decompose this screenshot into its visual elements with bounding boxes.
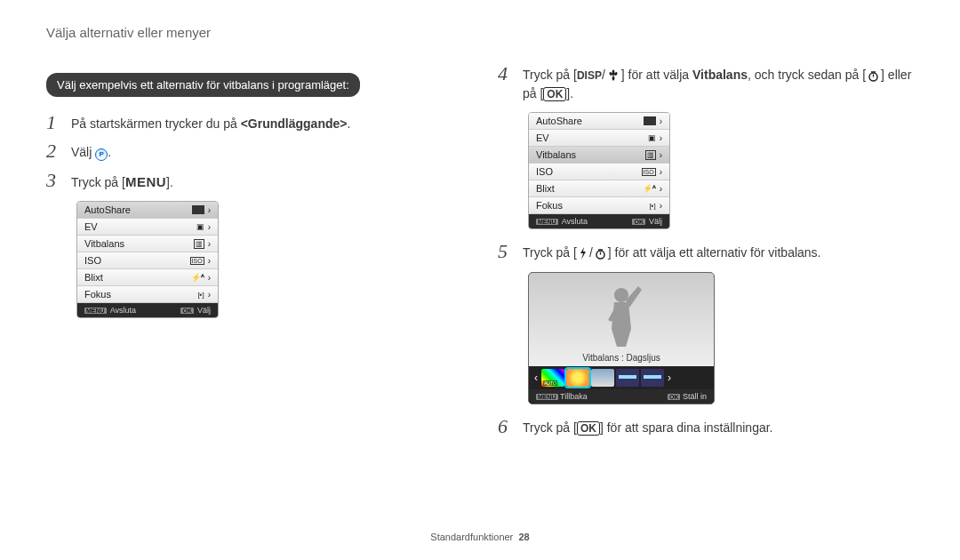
- menu-row-iso: ISO ISO›: [77, 252, 218, 269]
- left-column: Välj exempelvis ett alternativ för vitba…: [0, 62, 480, 444]
- step3-post: ].: [166, 175, 173, 189]
- menu-key-icon: MENU: [536, 394, 558, 400]
- step-3: 3 Tryck på [MENU].: [46, 169, 444, 193]
- ok-key-icon: OK: [668, 394, 681, 400]
- chevron-right-icon: ›: [666, 372, 673, 384]
- footer-left-label: Avsluta: [562, 217, 588, 226]
- s4-t5: ].: [566, 86, 573, 100]
- chevron-right-icon: ›: [660, 133, 662, 143]
- menu-label: Vitbalans: [536, 149, 576, 160]
- step-number: 6: [498, 415, 523, 438]
- menu-row-ev: EV ▣›: [529, 130, 669, 147]
- right-column: 4 Tryck på [DISP/] för att välja Vitbala…: [480, 62, 960, 444]
- chevron-right-icon: ›: [208, 222, 211, 232]
- step1-pre: På startskärmen trycker du på: [71, 116, 241, 131]
- s4-t2: ] för att välja: [621, 68, 692, 82]
- step-text: Välj P.: [71, 140, 111, 162]
- s4-bold: Vitbalans: [692, 68, 748, 82]
- iso-icon: ISO: [642, 168, 656, 176]
- step-text: Tryck på [MENU].: [71, 169, 173, 193]
- chevron-right-icon: ›: [208, 205, 211, 215]
- step-5: 5 Tryck på [/] för att välja ett alterna…: [498, 240, 914, 263]
- menu-row-iso: ISO ISO›: [529, 164, 669, 180]
- ok-key-icon: OK: [577, 421, 600, 436]
- menu-label: Fokus: [84, 289, 111, 300]
- step3-pre: Tryck på [: [71, 175, 125, 189]
- camera-menu-footer: MENUAvsluta OKVälj: [77, 303, 218, 317]
- wb-thumb-fluorescent-h: [616, 369, 639, 387]
- step2-pre: Välj: [71, 145, 95, 159]
- step-number: 2: [46, 140, 71, 163]
- menu-row-fokus: Fokus [▪]›: [77, 286, 218, 303]
- page-section-title: Välja alternativ eller menyer: [46, 25, 211, 40]
- flash-icon: ⚡ᴬ: [643, 184, 656, 193]
- footer-label: Standardfunktioner: [430, 532, 513, 542]
- person-silhouette-icon: [599, 284, 644, 347]
- s6-t1: Tryck på [: [523, 420, 577, 435]
- chevron-right-icon: ›: [660, 184, 662, 194]
- focus-icon: [▪]: [197, 291, 204, 299]
- menu-key-icon: MENU: [536, 219, 558, 225]
- menu-row-autoshare: AutoShare ›: [77, 202, 218, 219]
- program-mode-icon: P: [95, 148, 108, 161]
- focus-icon: [▪]: [649, 202, 655, 210]
- chevron-right-icon: ›: [208, 273, 211, 283]
- ok-key-icon: OK: [180, 308, 194, 314]
- menu-row-blixt: Blixt ⚡ᴬ›: [529, 180, 669, 197]
- menu-row-blixt: Blixt ⚡ᴬ›: [77, 269, 218, 286]
- wb-thumbnail-strip: ‹ AUTO ›: [529, 366, 714, 389]
- step-4: 4 Tryck på [DISP/] för att välja Vitbala…: [498, 62, 914, 103]
- menu-row-ev: EV ▣›: [77, 219, 218, 236]
- step-text: Tryck på [/] för att välja ett alternati…: [523, 240, 821, 262]
- menu-key-icon: MENU: [84, 308, 107, 314]
- step-number: 1: [46, 111, 71, 134]
- footer-page-number: 28: [518, 532, 529, 542]
- menu-label: Vitbalans: [84, 238, 124, 249]
- macro-flower-icon: [607, 69, 620, 83]
- wb-preview-area: Vitbalans : Dagsljus: [529, 273, 714, 366]
- autoshare-icon: [192, 205, 204, 214]
- step-text: Tryck på [OK] för att spara dina inställ…: [523, 415, 773, 437]
- menu-label: EV: [84, 221, 98, 232]
- footer-right-label: Välj: [649, 217, 662, 226]
- step1-post: .: [347, 116, 350, 131]
- menu-label: AutoShare: [536, 116, 582, 126]
- chevron-left-icon: ‹: [532, 372, 540, 384]
- s4-t1: Tryck på [: [523, 68, 577, 82]
- autoshare-icon: [644, 116, 656, 125]
- flash-icon: [579, 247, 588, 260]
- step1-bold: <Grundläggande>: [241, 116, 348, 131]
- menu-label: ISO: [84, 255, 101, 266]
- ok-key-icon: OK: [632, 219, 645, 225]
- camera-menu-screenshot-2: AutoShare › EV ▣› Vitbalans ▥› ISO ISO› …: [528, 112, 670, 229]
- ev-icon: ▣: [648, 133, 656, 142]
- wb-caption: Vitbalans : Dagsljus: [582, 353, 660, 363]
- self-timer-icon: [868, 69, 879, 83]
- menu-key-icon: MENU: [125, 174, 166, 189]
- menu-label: Fokus: [536, 200, 563, 211]
- chevron-right-icon: ›: [660, 167, 662, 177]
- s4-t3: , och tryck sedan på [: [748, 68, 866, 82]
- wb-thumb-auto: AUTO: [541, 369, 564, 387]
- slash: /: [589, 245, 593, 260]
- step-number: 4: [498, 62, 523, 85]
- s5-t2: ] för att välja ett alternativ för vitba…: [608, 245, 821, 260]
- example-callout: Välj exempelvis ett alternativ för vitba…: [46, 73, 360, 97]
- wb-thumb-fluorescent-l: [641, 369, 664, 387]
- menu-row-vitbalans: Vitbalans ▥›: [77, 236, 218, 252]
- wb-icon: ▥: [194, 239, 204, 249]
- camera-menu-screenshot: AutoShare › EV ▣› Vitbalans ▥› ISO ISO› …: [76, 201, 219, 318]
- menu-label: ISO: [536, 166, 553, 177]
- s6-t2: ] för att spara dina inställningar.: [600, 420, 773, 435]
- menu-row-fokus: Fokus [▪]›: [529, 197, 669, 214]
- iso-icon: ISO: [190, 257, 204, 265]
- chevron-right-icon: ›: [660, 201, 662, 211]
- slash: /: [602, 68, 605, 82]
- disp-key-icon: DISP: [577, 69, 602, 82]
- self-timer-icon: [595, 247, 606, 260]
- menu-label: EV: [536, 132, 549, 143]
- menu-label: Blixt: [536, 183, 555, 194]
- chevron-right-icon: ›: [208, 256, 211, 266]
- chevron-right-icon: ›: [660, 150, 662, 160]
- ok-key-icon: OK: [543, 87, 566, 101]
